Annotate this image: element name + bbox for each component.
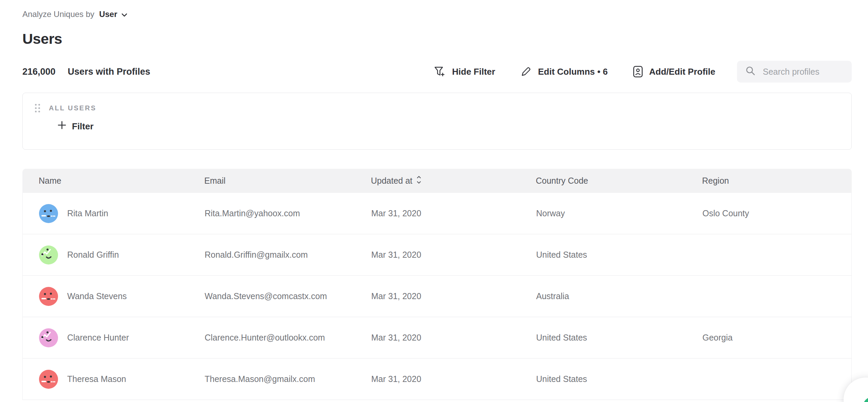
user-country: Norway: [520, 208, 686, 218]
add-edit-profile-button[interactable]: Add/Edit Profile: [633, 66, 715, 78]
user-updated-at: Mar 31, 2020: [355, 374, 520, 384]
user-email: Clarence.Hunter@outlookx.com: [188, 333, 355, 343]
user-name: Clarence Hunter: [67, 333, 129, 343]
edit-columns-button[interactable]: Edit Columns • 6: [520, 66, 608, 77]
pencil-icon: [520, 66, 532, 77]
analyze-uniques-row: Analyze Uniques by User: [22, 10, 852, 19]
filter-group-row: ALL USERS: [35, 104, 839, 112]
add-filter-label: Filter: [72, 121, 94, 132]
help-beacon-icon: [863, 397, 868, 402]
funnel-plus-icon: [434, 66, 446, 77]
avatar: [39, 287, 58, 306]
user-country: Australia: [520, 291, 686, 301]
hide-filter-button[interactable]: Hide Filter: [434, 66, 495, 77]
add-filter-button[interactable]: Filter: [57, 121, 94, 132]
toolbar: Hide Filter Edit Columns • 6 Add/Edit Pr…: [434, 61, 852, 83]
user-email: Rita.Martin@yahoox.com: [188, 208, 355, 218]
search-icon: [745, 66, 756, 78]
user-name: Wanda Stevens: [67, 291, 127, 301]
filter-panel: ALL USERS Filter: [22, 93, 852, 150]
table-row[interactable]: Wanda Stevens Wanda.Stevens@comcastx.com…: [23, 276, 851, 317]
table-row[interactable]: Rita Martin Rita.Martin@yahoox.com Mar 3…: [23, 193, 851, 234]
table-row[interactable]: Clarence Hunter Clarence.Hunter@outlookx…: [23, 317, 851, 359]
profile-count: 216,000 Users with Profiles: [22, 67, 150, 77]
analyze-uniques-value: User: [99, 10, 117, 19]
column-header-name[interactable]: Name: [22, 176, 188, 186]
user-email: Ronald.Griffin@gmailx.com: [188, 250, 355, 260]
user-email: Theresa.Mason@gmailx.com: [188, 374, 355, 384]
user-updated-at: Mar 31, 2020: [355, 291, 520, 301]
stats-toolbar-row: 216,000 Users with Profiles Hide Filter …: [22, 61, 852, 83]
user-region: Georgia: [686, 333, 851, 343]
user-name: Ronald Griffin: [67, 250, 119, 260]
profile-count-caption: Users with Profiles: [68, 67, 150, 77]
avatar: [39, 328, 58, 347]
user-updated-at: Mar 31, 2020: [355, 250, 520, 260]
column-header-label: Region: [702, 176, 729, 186]
table-row[interactable]: Theresa Mason Theresa.Mason@gmailx.com M…: [23, 359, 851, 400]
avatar: [39, 245, 58, 264]
search-input[interactable]: [763, 67, 844, 77]
user-email: Wanda.Stevens@comcastx.com: [188, 291, 355, 301]
drag-handle-icon[interactable]: [35, 104, 40, 112]
user-country: United States: [520, 333, 686, 343]
analyze-uniques-dropdown[interactable]: User: [99, 10, 127, 19]
analyze-uniques-label: Analyze Uniques by: [22, 10, 94, 19]
chevron-down-icon: [121, 10, 127, 19]
profile-card-icon: [633, 66, 643, 78]
column-header-region[interactable]: Region: [686, 176, 852, 186]
user-name: Rita Martin: [67, 208, 108, 218]
column-header-label: Country Code: [536, 176, 588, 186]
user-country: United States: [520, 250, 686, 260]
avatar: [39, 204, 58, 223]
user-name: Theresa Mason: [67, 374, 126, 384]
user-updated-at: Mar 31, 2020: [355, 208, 520, 218]
users-table: Name Email Updated at Country Code Regio…: [22, 169, 852, 400]
users-page: Analyze Uniques by User Users 216,000 Us…: [0, 10, 868, 400]
profile-count-value: 216,000: [22, 67, 56, 77]
user-region: Oslo County: [686, 208, 851, 218]
sort-arrows-icon: [416, 175, 421, 186]
column-header-label: Email: [204, 176, 226, 186]
edit-columns-label: Edit Columns • 6: [538, 67, 608, 77]
column-header-label: Name: [39, 176, 61, 186]
page-title: Users: [22, 31, 852, 47]
column-header-email[interactable]: Email: [188, 176, 355, 186]
column-header-updated-at[interactable]: Updated at: [355, 175, 520, 186]
filter-group-label: ALL USERS: [49, 104, 96, 112]
user-country: United States: [520, 374, 686, 384]
search-box: [737, 61, 852, 83]
add-edit-profile-label: Add/Edit Profile: [649, 67, 715, 77]
user-updated-at: Mar 31, 2020: [355, 333, 520, 343]
table-row[interactable]: Ronald Griffin Ronald.Griffin@gmailx.com…: [23, 234, 851, 276]
column-header-label: Updated at: [371, 176, 412, 186]
table-header: Name Email Updated at Country Code Regio…: [22, 169, 852, 193]
table-body: Rita Martin Rita.Martin@yahoox.com Mar 3…: [22, 193, 852, 400]
plus-icon: [57, 121, 67, 132]
hide-filter-label: Hide Filter: [452, 67, 495, 77]
avatar: [39, 370, 58, 389]
column-header-country-code[interactable]: Country Code: [520, 176, 686, 186]
